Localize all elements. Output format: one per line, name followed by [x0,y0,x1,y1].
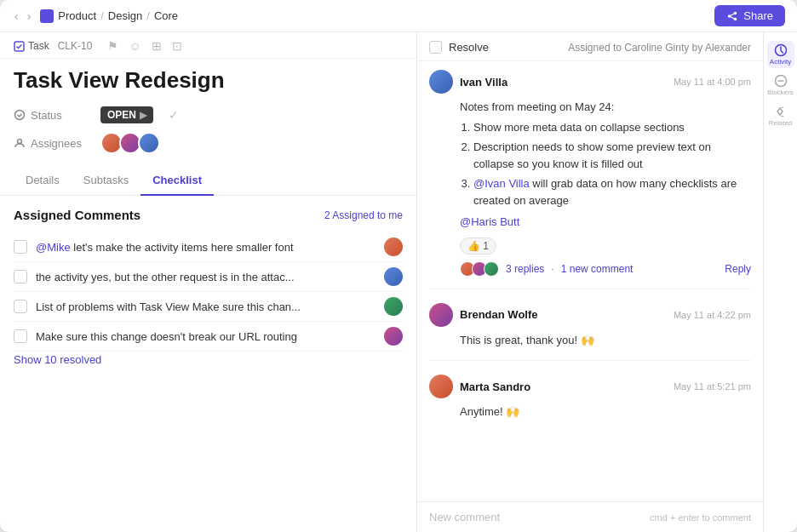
list-item: List of problems with Task View Make sur… [14,292,403,322]
comment-input-area: cmd + enter to comment [417,501,763,532]
item-avatar-3 [384,297,403,316]
status-icon [14,109,26,121]
commenter-3: Marta Sandro [429,375,530,398]
brand-icon [40,9,54,23]
checkbox-3[interactable] [14,300,27,313]
commenter-1: Ivan Villa [429,70,507,94]
sidebar-item-blockers[interactable]: Blockers [767,72,794,99]
task-type-label: Task [14,40,49,52]
checkbox-1[interactable] [14,240,27,254]
mini-avatar-3 [484,261,499,277]
list-item: Description needs to show some preview t… [473,139,751,172]
commenter-2: Brendan Wolfe [429,303,538,327]
blockers-label: Blockers [767,89,794,96]
reaction-thumbsup[interactable]: 👍 1 [460,237,496,255]
title-bar: ‹ › Product / Design / Core Share [0,0,797,32]
comment-time-2: May 11 at 4:22 pm [674,310,751,320]
resolve-checkbox[interactable] [429,41,442,54]
new-comment-badge[interactable]: 1 new comment [561,263,634,275]
item-text-1: @Mike let's make the activity items here… [36,241,376,254]
assigned-badge[interactable]: 2 Assigned to me [324,209,403,221]
comment-block: Marta Sandro May 11 at 5:21 pm Anytime! … [429,375,751,432]
flag-icon[interactable]: ⚑ [107,39,118,53]
avatar-cluster [460,261,499,277]
comment-header-3: Marta Sandro May 11 at 5:21 pm [429,375,751,398]
resolve-label[interactable]: Resolve [449,41,489,54]
comment-footer-1: 3 replies · 1 new comment Reply [460,261,751,277]
list-item: @Mike let's make the activity items here… [14,232,403,262]
back-button[interactable]: ‹ [12,8,21,25]
check-icon[interactable]: ✓ [169,108,179,122]
checkbox-2[interactable] [14,270,27,283]
status-badge[interactable]: OPEN ▶ [100,106,153,123]
svg-line-3 [730,13,736,16]
blockers-icon [774,74,788,88]
svg-point-7 [18,140,22,144]
tag-icon[interactable]: ⊞ [152,39,162,53]
replies-link[interactable]: 3 replies [506,263,544,275]
checkbox-4[interactable] [14,329,27,343]
comment-body-1: Notes from meeting on May 24: Show more … [460,99,751,231]
comment-header-2: Brendan Wolfe May 11 at 4:22 pm [429,303,751,327]
svg-line-4 [730,16,736,20]
task-id: CLK-10 [58,40,93,52]
comment-block: Ivan Villa May 11 at 4:00 pm Notes from … [429,70,751,289]
item-text-4: Make sure this change doesn't break our … [36,330,376,343]
comment-hint: cmd + enter to comment [650,512,751,523]
breadcrumb-core[interactable]: Core [154,9,178,22]
task-label-text: Task [28,40,49,52]
checklist-content: Assigned Comments 2 Assigned to me @Mike… [0,196,416,532]
item-text-2: the activity yes, but the other request … [36,271,376,283]
assignees-row: Assignees [14,128,403,158]
comment-body-3: Anytime! 🙌 [460,403,751,420]
breadcrumb-sep-1: / [100,9,104,22]
breadcrumb-design[interactable]: Design [108,9,142,22]
main-area: Task CLK-10 ⚑ ☺ ⊞ ⊡ Task View Redesign S… [0,32,797,532]
svg-point-6 [15,111,25,120]
right-sidebar: Activity Blockers Related [763,32,797,532]
comment-reactions: 👍 1 [460,237,751,255]
emoji-icon[interactable]: ☺ [129,39,140,53]
mention-ivan[interactable]: @Ivan Villa [473,177,530,190]
assignees-label: Assignees [14,137,90,150]
breadcrumb-product[interactable]: Product [58,9,96,22]
item-avatar-2 [384,267,403,286]
sidebar-item-related[interactable]: Related [767,102,794,129]
comment-time-3: May 11 at 5:21 pm [674,381,751,392]
tab-details[interactable]: Details [14,167,72,196]
related-label: Related [769,119,793,127]
image-icon[interactable]: ⊡ [172,39,182,53]
commenter-avatar-2 [429,303,453,327]
related-icon [774,105,788,118]
activity-icon [774,43,788,57]
forward-button[interactable]: › [25,8,34,25]
commenter-name-2: Brendan Wolfe [460,308,538,321]
right-panel: Resolve Assigned to Caroline Ginty by Al… [417,32,763,532]
left-panel: Task CLK-10 ⚑ ☺ ⊞ ⊡ Task View Redesign S… [0,32,417,532]
tab-checklist[interactable]: Checklist [140,167,214,196]
tab-subtasks[interactable]: Subtasks [72,167,140,196]
tabs: Details Subtasks Checklist [0,167,416,196]
reply-button[interactable]: Reply [725,263,751,275]
mention-haris[interactable]: @Haris Butt [460,215,519,228]
show-resolved-link[interactable]: Show 10 resolved [14,353,101,366]
app-window: ‹ › Product / Design / Core Share [0,0,797,532]
person-icon [14,137,26,149]
share-button[interactable]: Share [714,5,785,26]
assigned-header: Assigned Comments 2 Assigned to me [14,208,403,222]
activity-label: Activity [770,58,791,66]
item-avatar-1 [384,237,403,256]
comment-header-1: Ivan Villa May 11 at 4:00 pm [429,70,751,94]
assignee-avatars [100,132,160,154]
task-toolbar: Task CLK-10 ⚑ ☺ ⊞ ⊡ [0,32,416,59]
comment-body-2: This is great, thank you! 🙌 [460,332,751,349]
dot-sep: · [551,263,553,275]
assignees-label-text: Assignees [31,137,82,150]
title-bar-left: ‹ › Product / Design / Core [12,8,178,25]
toolbar-icons: ⚑ ☺ ⊞ ⊡ [107,39,181,53]
comment-input[interactable] [429,511,643,523]
commenter-avatar-3 [429,375,453,398]
resolve-area: Resolve [429,41,489,54]
nav-arrows: ‹ › [12,8,33,25]
sidebar-item-activity[interactable]: Activity [767,41,794,68]
